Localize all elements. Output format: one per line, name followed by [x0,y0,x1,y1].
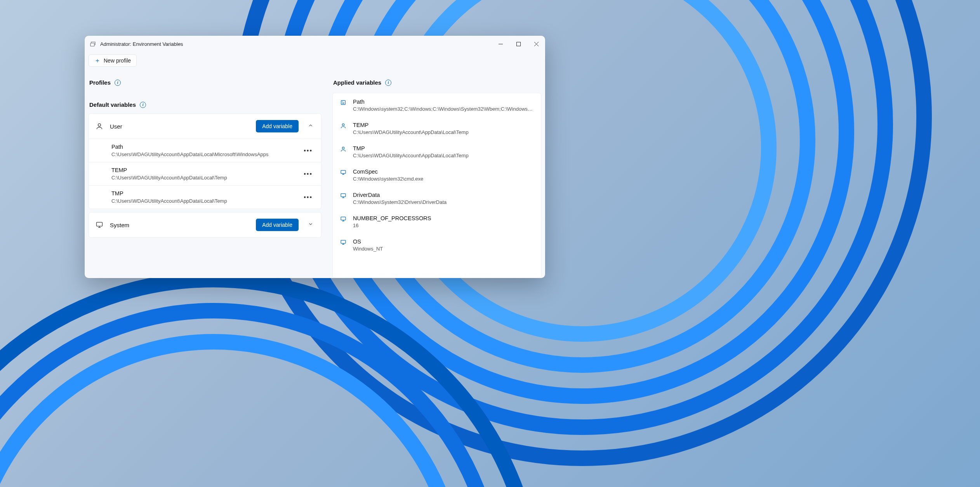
close-button[interactable] [527,36,545,52]
user-icon [340,123,347,129]
system-group-header[interactable]: System Add variable [89,212,321,237]
variable-value: C:\Users\WDAGUtilityAccount\AppData\Loca… [111,151,297,157]
svg-rect-0 [90,43,94,46]
variable-row[interactable]: Path C:\Users\WDAGUtilityAccount\AppData… [89,139,321,162]
monitor-icon [95,221,104,229]
user-icon [340,146,347,152]
variable-name: TEMP [111,167,297,173]
applied-variable-name: OS [353,238,534,245]
minimize-button[interactable] [492,36,509,52]
variable-name: TMP [111,190,297,197]
more-options-button[interactable]: ••• [301,169,315,179]
applied-variable-row[interactable]: PathC:\Windows\system32;C:\Windows;C:\Wi… [333,93,541,117]
applied-variable-value: C:\Windows\system32\cmd.exe [353,176,534,182]
toolbar: ＋ New profile [85,52,545,67]
plus-icon: ＋ [94,57,101,64]
applied-variable-row[interactable]: TMPC:\Users\WDAGUtilityAccount\AppData\L… [333,141,541,164]
applied-variable-value: C:\Users\WDAGUtilityAccount\AppData\Loca… [353,153,534,158]
user-icon [95,122,104,130]
applied-variable-row[interactable]: OSWindows_NT [333,234,541,257]
more-options-button[interactable]: ••• [301,192,315,202]
applied-variable-row[interactable]: ComSpecC:\Windows\system32\cmd.exe [333,164,541,187]
svg-rect-2 [516,42,520,46]
applied-variables-list: PathC:\Windows\system32;C:\Windows;C:\Wi… [332,93,541,278]
applied-variables-heading: Applied variables i [332,78,541,93]
chevron-down-icon[interactable] [308,221,315,228]
monitor-icon [340,169,347,176]
applied-variable-name: Path [353,99,534,105]
system-variables-card: System Add variable [89,212,321,238]
variable-row[interactable]: TEMP C:\Users\WDAGUtilityAccount\AppData… [89,162,321,185]
applied-variable-value: C:\Windows\system32;C:\Windows;C:\Window… [353,106,534,112]
variable-row[interactable]: TMP C:\Users\WDAGUtilityAccount\AppData\… [89,185,321,209]
applied-variable-name: ComSpec [353,169,534,175]
new-profile-label: New profile [104,57,131,64]
svg-point-10 [342,124,344,126]
add-variable-system-button[interactable]: Add variable [256,219,299,231]
user-variables-card: User Add variable Path C:\Users\WDAGUtil… [89,113,321,209]
add-variable-user-button[interactable]: Add variable [256,120,299,132]
variable-name: Path [111,144,297,150]
window-title: Administrator: Environment Variables [100,41,183,47]
text-cursor-icon [340,99,347,106]
applied-variable-row[interactable]: DriverDataC:\Windows\System32\Drivers\Dr… [333,187,541,210]
svg-rect-15 [341,194,346,197]
applied-variable-name: TMP [353,145,534,151]
svg-rect-12 [341,170,346,174]
applied-variable-value: Windows_NT [353,246,534,252]
variable-value: C:\Users\WDAGUtilityAccount\AppData\Loca… [111,175,297,181]
app-window: Administrator: Environment Variables ＋ N… [85,36,545,278]
chevron-up-icon[interactable] [308,123,315,130]
app-icon [89,40,96,47]
info-icon[interactable]: i [140,102,146,108]
variable-value: C:\Users\WDAGUtilityAccount\AppData\Loca… [111,198,297,204]
svg-rect-18 [341,217,346,220]
applied-variable-name: DriverData [353,192,534,198]
applied-variable-row[interactable]: NUMBER_OF_PROCESSORS16 [333,210,541,234]
applied-variable-name: TEMP [353,122,534,128]
info-icon[interactable]: i [385,80,391,86]
applied-variable-value: C:\Windows\System32\Drivers\DriverData [353,199,534,205]
system-group-title: System [110,222,250,228]
applied-variable-value: C:\Users\WDAGUtilityAccount\AppData\Loca… [353,129,534,135]
monitor-icon [340,216,347,222]
maximize-button[interactable] [509,36,527,52]
svg-point-11 [342,147,344,149]
applied-variable-row[interactable]: TEMPC:\Users\WDAGUtilityAccount\AppData\… [333,117,541,141]
applied-variable-name: NUMBER_OF_PROCESSORS [353,215,534,221]
monitor-icon [340,239,347,245]
new-profile-button[interactable]: ＋ New profile [89,54,137,67]
more-options-button[interactable]: ••• [301,146,315,156]
monitor-icon [340,193,347,199]
titlebar[interactable]: Administrator: Environment Variables [85,36,545,52]
svg-rect-21 [341,240,346,244]
profiles-heading: Profiles i [89,78,321,93]
user-group-title: User [110,123,250,130]
info-icon[interactable]: i [115,80,121,86]
default-variables-heading: Default variables i [89,93,321,113]
svg-point-5 [98,123,101,126]
user-group-header[interactable]: User Add variable [89,114,321,139]
applied-variable-value: 16 [353,223,534,228]
svg-rect-6 [97,222,103,226]
